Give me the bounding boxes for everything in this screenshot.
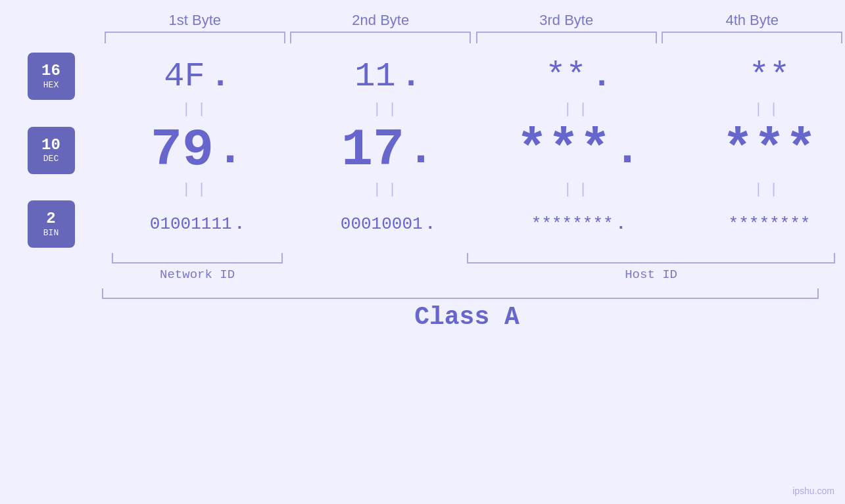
- dec-badge-num: 10: [41, 137, 60, 154]
- dec-val4-group: ***: [674, 120, 845, 180]
- bin-val4: ********: [729, 214, 811, 234]
- bin-section: 2 BIN 01001111 . 00010001 . ******** . *…: [0, 200, 845, 248]
- bottom-brackets-row: Network ID Host ID: [102, 253, 845, 282]
- bin-val4-group: ********: [674, 214, 845, 234]
- dec-val2: 17: [341, 120, 404, 180]
- bin-val1: 01001111: [150, 214, 232, 234]
- bin-dot2: .: [425, 214, 436, 234]
- bin-dot3: .: [616, 214, 627, 234]
- class-label: Class A: [102, 303, 832, 331]
- bin-dot1: .: [235, 214, 245, 234]
- hex-dot1: .: [210, 57, 231, 96]
- eq-row-1: || || || ||: [0, 101, 845, 118]
- bracket-top-2: [290, 32, 471, 43]
- bin-val3: ********: [531, 214, 614, 234]
- hex-values: 4F . 11 . ** . **: [102, 57, 845, 96]
- hex-val2-group: 11 .: [293, 57, 483, 96]
- dec-dot3: .: [614, 124, 641, 176]
- dec-values: 79 . 17 . *** . ***: [102, 120, 845, 180]
- bottom-bracket-section: Network ID Host ID: [0, 253, 845, 282]
- hex-badge-cell: 16 HEX: [0, 53, 102, 100]
- dec-section: 10 DEC 79 . 17 . *** . ***: [0, 120, 845, 180]
- hex-val2: 11: [354, 57, 395, 96]
- eq-2-4: ||: [674, 181, 845, 198]
- eq-2-2: ||: [293, 181, 483, 198]
- eq-2-3: ||: [483, 181, 674, 198]
- hex-badge: 16 HEX: [28, 53, 75, 100]
- hex-badge-label: HEX: [43, 80, 59, 90]
- hex-val1: 4F: [164, 57, 205, 96]
- host-id-label: Host ID: [625, 267, 677, 282]
- bin-val2-group: 00010001 .: [293, 214, 483, 234]
- hex-val4: **: [749, 57, 790, 96]
- network-id-label: Network ID: [160, 267, 235, 282]
- top-brackets: [0, 32, 845, 43]
- hex-section: 16 HEX 4F . 11 . ** . **: [0, 53, 845, 100]
- eq-1-1: ||: [102, 101, 293, 118]
- bin-val3-group: ******** .: [483, 214, 674, 234]
- class-section: Class A: [0, 288, 845, 331]
- bin-badge: 2 BIN: [28, 200, 75, 248]
- bracket-top-1: [105, 32, 285, 43]
- byte1-label: 1st Byte: [105, 12, 285, 29]
- dec-val4: ***: [722, 120, 817, 180]
- dec-dot1: .: [216, 124, 244, 176]
- dec-dot2: .: [407, 124, 435, 176]
- eq-values-2: || || || ||: [102, 181, 845, 198]
- dec-val3-group: *** .: [483, 120, 674, 180]
- dec-badge: 10 DEC: [28, 127, 75, 174]
- host-bracket: [467, 253, 835, 263]
- eq-1-3: ||: [483, 101, 674, 118]
- main-container: 1st Byte 2nd Byte 3rd Byte 4th Byte 16 H…: [0, 0, 845, 504]
- dec-val2-group: 17 .: [293, 120, 483, 180]
- dec-badge-cell: 10 DEC: [0, 127, 102, 174]
- hex-val1-group: 4F .: [102, 57, 293, 96]
- eq-1-4: ||: [674, 101, 845, 118]
- dec-val3: ***: [516, 120, 611, 180]
- hex-val4-group: **: [674, 57, 845, 96]
- eq-values-1: || || || ||: [102, 101, 845, 118]
- hex-val3-group: ** .: [483, 57, 674, 96]
- host-bracket-group: Host ID: [464, 253, 838, 282]
- hex-dot2: .: [401, 57, 422, 96]
- eq-row-2: || || || ||: [0, 181, 845, 198]
- bin-val2: 00010001: [341, 214, 423, 234]
- bin-badge-cell: 2 BIN: [0, 200, 102, 248]
- bracket-top-3: [476, 32, 657, 43]
- byte4-label: 4th Byte: [662, 12, 842, 29]
- eq-2-1: ||: [102, 181, 293, 198]
- hex-badge-num: 16: [41, 62, 60, 80]
- hex-val3: **: [545, 57, 586, 96]
- bin-badge-label: BIN: [43, 228, 59, 238]
- watermark: ipshu.com: [792, 486, 834, 496]
- bin-values: 01001111 . 00010001 . ******** . *******…: [102, 214, 845, 234]
- byte3-label: 3rd Byte: [476, 12, 657, 29]
- bin-val1-group: 01001111 .: [102, 214, 293, 234]
- dec-val1-group: 79 .: [102, 120, 293, 180]
- byte2-label: 2nd Byte: [290, 12, 471, 29]
- network-bracket-group: Network ID: [109, 253, 286, 282]
- eq-1-2: ||: [293, 101, 483, 118]
- hex-dot3: .: [592, 57, 612, 96]
- dec-val1: 79: [151, 120, 214, 180]
- dec-badge-label: DEC: [43, 154, 59, 164]
- bracket-top-4: [662, 32, 842, 43]
- bin-badge-num: 2: [46, 210, 55, 227]
- header-row: 1st Byte 2nd Byte 3rd Byte 4th Byte: [0, 12, 845, 29]
- class-bracket: [102, 288, 819, 299]
- network-bracket: [112, 253, 283, 263]
